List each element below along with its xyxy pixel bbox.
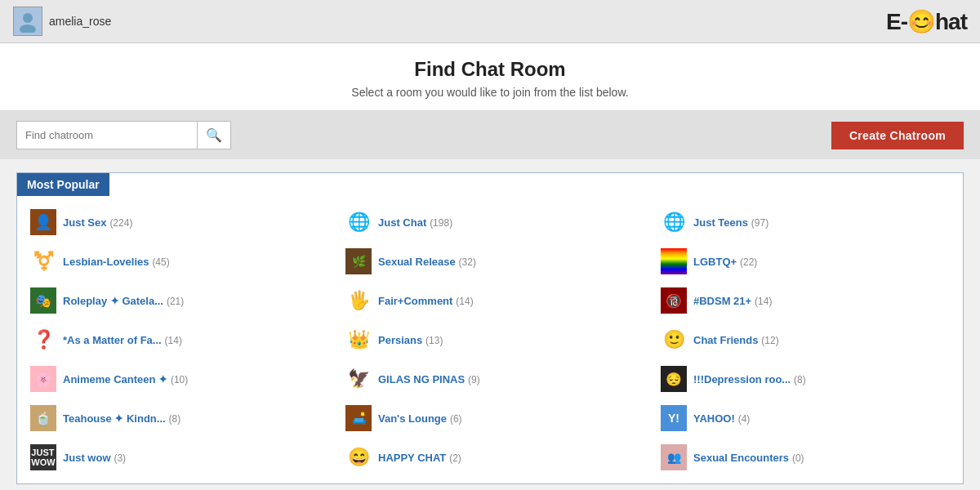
create-chatroom-button[interactable]: Create Chatroom xyxy=(831,122,964,149)
room-thumb: 🎭 xyxy=(30,287,56,314)
room-count: (13) xyxy=(425,335,443,346)
room-thumb: JUSTWOW xyxy=(30,444,56,470)
room-count: (3) xyxy=(114,452,126,464)
room-name: Sexual Release xyxy=(378,256,456,268)
rooms-grid: 👤 Just Sex (224) 🌐 Just Chat (198) 🌐 Jus… xyxy=(17,196,963,483)
room-name: Lesbian-Lovelies xyxy=(63,256,149,268)
room-item[interactable]: 🌸 Animeme Canteen ✦ (10) xyxy=(17,359,332,399)
room-thumb: Y! xyxy=(661,405,687,431)
room-info: Just Chat (198) xyxy=(378,216,452,229)
room-count: (2) xyxy=(449,452,461,464)
room-count: (0) xyxy=(792,452,804,464)
room-item[interactable]: 🔞 #BDSM 21+ (14) xyxy=(648,281,963,320)
room-item[interactable]: 🌿 Sexual Release (32) xyxy=(332,242,648,281)
room-item[interactable]: 😄 HAPPY CHAT (2) xyxy=(332,438,648,477)
room-name: YAHOO! xyxy=(693,412,735,425)
room-item[interactable]: 🛋️ Van's Lounge (6) xyxy=(332,399,648,438)
room-info: Sexual Encounters (0) xyxy=(693,451,804,464)
search-area: 🔍 Create Chatroom xyxy=(0,111,980,159)
room-item[interactable]: 🌐 Just Teens (97) xyxy=(648,203,963,242)
room-info: HAPPY CHAT (2) xyxy=(378,451,461,464)
room-thumb: 🔞 xyxy=(661,287,687,314)
room-info: Teahouse ✦ Kindn... (8) xyxy=(63,412,180,425)
search-input[interactable] xyxy=(17,123,197,147)
room-name: HAPPY CHAT xyxy=(378,452,446,464)
username-label: amelia_rose xyxy=(49,15,111,28)
room-count: (22) xyxy=(740,256,757,268)
room-count: (9) xyxy=(468,374,480,385)
room-item[interactable]: 👤 Just Sex (224) xyxy=(17,203,332,242)
room-info: Just wow (3) xyxy=(63,451,126,464)
room-thumb: 🖐️ xyxy=(345,287,372,314)
room-item[interactable]: 😔 !!!Depression roo... (8) xyxy=(648,359,963,399)
room-name: Just Chat xyxy=(378,216,426,229)
logo-emoji: 😊 xyxy=(907,9,935,34)
room-item[interactable]: 🦅 GILAS NG PINAS (9) xyxy=(332,359,648,399)
room-count: (224) xyxy=(109,217,132,229)
room-count: (97) xyxy=(751,217,768,229)
room-name: Chat Friends xyxy=(693,334,758,346)
main-content: Most Popular 👤 Just Sex (224) 🌐 Just Cha… xyxy=(0,159,980,490)
room-info: Roleplay ✦ Gatela... (21) xyxy=(63,294,184,307)
room-item[interactable]: Y! YAHOO! (4) xyxy=(648,399,963,438)
room-item[interactable]: ⚧️ Lesbian-Lovelies (45) xyxy=(17,242,332,281)
room-info: #BDSM 21+ (14) xyxy=(693,294,772,307)
header: amelia_rose E-😊hat xyxy=(0,0,980,43)
search-button[interactable]: 🔍 xyxy=(197,122,230,149)
room-count: (45) xyxy=(152,256,169,268)
room-name: Sexual Encounters xyxy=(693,452,789,464)
room-item[interactable]: JUSTWOW Just wow (3) xyxy=(17,438,332,477)
room-count: (32) xyxy=(459,256,476,268)
room-thumb: 👥 xyxy=(661,444,687,470)
user-info: amelia_rose xyxy=(13,7,111,36)
room-thumb: 😄 xyxy=(345,444,372,470)
room-info: LGBTQ+ (22) xyxy=(693,255,757,268)
room-item[interactable]: 👥 Sexual Encounters (0) xyxy=(648,438,963,477)
room-count: (21) xyxy=(167,296,184,307)
room-name: Just wow xyxy=(63,452,111,464)
room-info: YAHOO! (4) xyxy=(693,412,750,425)
room-thumb: 🛋️ xyxy=(345,405,372,431)
room-thumb: 🦅 xyxy=(345,366,372,392)
room-thumb: 👤 xyxy=(30,209,56,235)
room-info: *As a Matter of Fa... (14) xyxy=(63,333,182,346)
room-name: Teahouse ✦ Kindn... xyxy=(63,412,166,425)
room-info: Lesbian-Lovelies (45) xyxy=(63,255,170,268)
room-name: Fair+Comment xyxy=(378,295,452,307)
room-item[interactable]: 🎭 Roleplay ✦ Gatela... (21) xyxy=(17,281,332,320)
room-info: Chat Friends (12) xyxy=(693,333,779,346)
room-name: GILAS NG PINAS xyxy=(378,373,465,385)
page-title: Find Chat Room xyxy=(0,58,980,81)
logo-chat: hat xyxy=(935,9,967,34)
room-thumb: 🌸 xyxy=(30,366,56,392)
room-item[interactable]: 🖐️ Fair+Comment (14) xyxy=(332,281,648,320)
room-item[interactable]: ❓ *As a Matter of Fa... (14) xyxy=(17,320,332,359)
room-info: Just Sex (224) xyxy=(63,216,132,229)
room-count: (14) xyxy=(456,296,473,307)
site-logo: E-😊hat xyxy=(886,8,967,35)
room-item[interactable]: 🙂 Chat Friends (12) xyxy=(648,320,963,359)
room-count: (14) xyxy=(755,296,772,307)
page-subtitle: Select a room you would like to join fro… xyxy=(0,86,980,99)
most-popular-header: Most Popular xyxy=(17,173,109,196)
room-thumb: 🍵 xyxy=(30,405,56,431)
room-thumb: 🌐 xyxy=(661,209,687,235)
room-item[interactable]: 👑 Persians (13) xyxy=(332,320,648,359)
room-name: Animeme Canteen ✦ xyxy=(63,373,167,385)
room-item[interactable]: 🌐 Just Chat (198) xyxy=(332,203,648,242)
room-item[interactable]: LGBTQ+ (22) xyxy=(648,242,963,281)
most-popular-section: Most Popular 👤 Just Sex (224) 🌐 Just Cha… xyxy=(16,172,964,484)
room-name: Roleplay ✦ Gatela... xyxy=(63,295,163,307)
search-box: 🔍 xyxy=(16,121,231,149)
svg-point-0 xyxy=(23,13,33,23)
room-info: Persians (13) xyxy=(378,333,443,346)
logo-text: E- xyxy=(886,9,907,34)
room-item[interactable]: 🍵 Teahouse ✦ Kindn... (8) xyxy=(17,399,332,438)
room-name: Just Sex xyxy=(63,216,106,229)
room-thumb: ⚧️ xyxy=(30,248,56,274)
room-info: Animeme Canteen ✦ (10) xyxy=(63,372,188,385)
room-count: (4) xyxy=(738,413,751,425)
room-name: Van's Lounge xyxy=(378,412,447,425)
svg-point-1 xyxy=(20,24,36,33)
room-count: (6) xyxy=(450,413,462,425)
